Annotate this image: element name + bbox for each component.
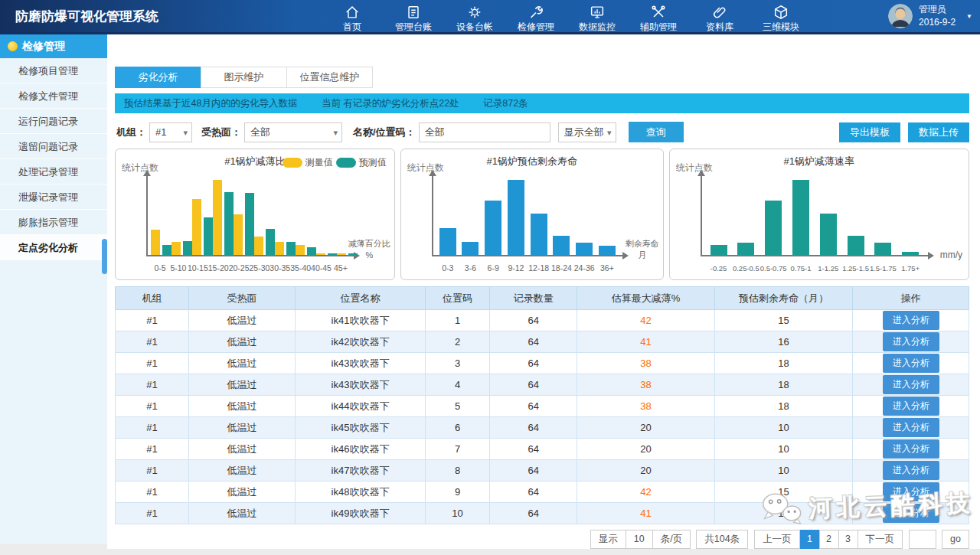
cell-thinning: 20 [577, 439, 715, 460]
cell-code: 2 [425, 331, 490, 353]
enter-analysis-button[interactable]: 进入分析 [883, 311, 939, 330]
table-header-row: 机组受热面位置名称位置码记录数量估算最大减薄%预估剩余寿命（月）操作 [116, 287, 969, 310]
table-header-cell: 受热面 [188, 287, 295, 310]
table-row: #1低温过ik49吹吹器下10644116进入分析 [116, 503, 969, 524]
x-tick: 35-40 [290, 263, 311, 273]
table-header-cell: 预估剩余寿命（月） [714, 287, 853, 310]
cell-code: 1 [425, 310, 490, 331]
nav-item-paperclip[interactable]: 资料库 [689, 2, 750, 31]
main-content: 劣化分析图示维护位置信息维护 预估结果基于近48月内的的劣化导入数据 当前 有记… [107, 34, 980, 549]
bar [296, 245, 305, 255]
chart-ylabel: 统计点数 [676, 162, 713, 175]
page-size-select[interactable]: 10 [626, 530, 653, 549]
bar-group [596, 180, 619, 255]
nav-item-gear[interactable]: 设备台帐 [444, 2, 505, 31]
cell-name: ik48吹吹器下 [296, 482, 425, 503]
bar [162, 245, 172, 255]
chart-xticks: 0-33-66-99-1212-1818-2424-3636+ [436, 263, 619, 273]
bar-group [436, 180, 459, 255]
bar [234, 214, 243, 255]
bar [286, 242, 296, 255]
next-page-button[interactable]: 下一页 [858, 530, 903, 549]
nav-item-wrench[interactable]: 检修管理 [505, 2, 567, 31]
cell-thinning: 41 [577, 503, 715, 524]
x-tick: 40-45 [311, 263, 332, 273]
cell-name: ik49吹吹器下 [296, 503, 425, 524]
sidebar-item[interactable]: 膨胀指示管理 [0, 210, 107, 235]
export-template-button[interactable]: 导出模板 [839, 122, 900, 142]
cell-count: 64 [490, 310, 577, 331]
enter-analysis-button[interactable]: 进入分析 [883, 397, 939, 416]
display-select[interactable]: 显示全部 [558, 122, 616, 142]
chart-xunit: mm/y [940, 250, 962, 260]
go-button[interactable]: go [942, 530, 969, 549]
cell-thinning: 20 [577, 460, 715, 482]
enter-analysis-button[interactable]: 进入分析 [883, 482, 939, 501]
cell-life: 15 [714, 310, 853, 331]
x-tick: 10-15 [188, 263, 208, 273]
sidebar-item[interactable]: 定点劣化分析 [0, 235, 107, 260]
nav-item-home[interactable]: 首页 [322, 2, 383, 31]
table-row: #1低温过ik41吹吹器下1644215进入分析 [116, 310, 969, 331]
table-row: #1低温过ik44吹吹器下5643818进入分析 [116, 396, 969, 417]
bar-group [213, 180, 234, 255]
x-tick: 30-35 [270, 263, 290, 273]
page-button-1[interactable]: 1 [800, 530, 820, 549]
nav-item-tools[interactable]: 辅助管理 [628, 2, 689, 31]
x-tick: 9-12 [505, 263, 528, 273]
sidebar-item[interactable]: 泄爆记录管理 [0, 184, 107, 210]
sidebar-menu: 检修项目管理检修文件管理运行问题记录遗留问题记录处理记录管理泄爆记录管理膨胀指示… [0, 58, 107, 260]
table-header-cell: 位置名称 [296, 287, 425, 310]
avatar [888, 4, 913, 28]
enter-analysis-button[interactable]: 进入分析 [883, 375, 939, 394]
chevron-down-icon[interactable]: ▼ [966, 13, 972, 20]
search-button[interactable]: 查询 [629, 122, 684, 142]
bar [462, 242, 479, 255]
cell-unit: #1 [116, 374, 189, 396]
sidebar-item[interactable]: 检修项目管理 [0, 58, 107, 83]
y-axis [146, 175, 148, 256]
cell-action: 进入分析 [853, 310, 969, 331]
bar [172, 242, 181, 255]
cell-surface: 低温过 [188, 482, 295, 503]
user-box[interactable]: 管理员 2016-9-2 [888, 3, 956, 30]
enter-analysis-button[interactable]: 进入分析 [883, 354, 939, 373]
ledger-icon [383, 4, 444, 21]
enter-analysis-button[interactable]: 进入分析 [883, 504, 939, 523]
cell-action: 进入分析 [853, 374, 969, 396]
table-row: #1低温过ik46吹吹器下7642010进入分析 [116, 439, 969, 460]
sidebar-item[interactable]: 运行问题记录 [0, 109, 107, 134]
sidebar-item[interactable]: 处理记录管理 [0, 159, 107, 184]
bar [848, 236, 864, 255]
tab-1[interactable]: 图示维护 [201, 67, 287, 88]
enter-analysis-button[interactable]: 进入分析 [883, 461, 939, 480]
cell-action: 进入分析 [853, 460, 969, 482]
enter-analysis-button[interactable]: 进入分析 [883, 332, 939, 351]
name-input[interactable] [419, 122, 550, 142]
prev-page-button[interactable]: 上一页 [754, 530, 800, 549]
sidebar-item[interactable]: 检修文件管理 [0, 83, 107, 109]
bar [874, 243, 891, 255]
enter-analysis-button[interactable]: 进入分析 [883, 439, 939, 459]
x-tick: 12-18 [528, 263, 550, 273]
nav-item-cube[interactable]: 三维模块 [750, 2, 812, 31]
tab-2[interactable]: 位置信息维护 [286, 67, 373, 88]
sidebar-item[interactable]: 遗留问题记录 [0, 134, 107, 159]
go-to-page-input[interactable] [909, 530, 936, 549]
sidebar-header[interactable]: 检修管理 [0, 34, 107, 58]
cell-thinning: 38 [577, 396, 715, 417]
bar [531, 214, 547, 255]
monitor-icon [567, 4, 628, 21]
x-axis [432, 255, 623, 256]
tab-0[interactable]: 劣化分析 [115, 67, 201, 88]
paperclip-icon [689, 4, 750, 21]
enter-analysis-button[interactable]: 进入分析 [883, 418, 939, 437]
cell-thinning: 41 [577, 331, 715, 353]
nav-item-ledger[interactable]: 管理台账 [383, 2, 444, 31]
unit-select[interactable]: #1 [149, 122, 192, 142]
surface-select[interactable]: 全部 [244, 122, 342, 142]
data-upload-button[interactable]: 数据上传 [908, 122, 969, 142]
page-button-2[interactable]: 2 [819, 530, 839, 549]
page-button-3[interactable]: 3 [838, 530, 858, 549]
nav-item-monitor[interactable]: 数据监控 [567, 2, 628, 31]
